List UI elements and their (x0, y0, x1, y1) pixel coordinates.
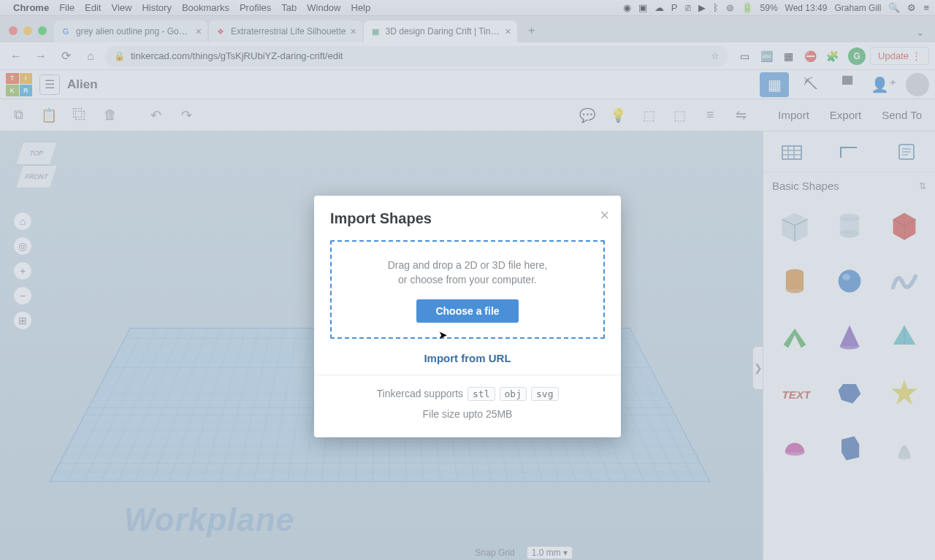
format-svg: svg (531, 387, 558, 401)
format-obj: obj (500, 387, 527, 401)
drop-line1: Drag and drop a 2D or 3D file here, (388, 259, 548, 271)
dropzone[interactable]: Drag and drop a 2D or 3D file here, or c… (330, 240, 605, 339)
close-icon[interactable]: × (600, 206, 609, 225)
choose-file-button[interactable]: Choose a file (416, 299, 518, 323)
supported-formats: Tinkercad supports stl obj svg (330, 387, 605, 401)
import-shapes-modal: Import Shapes × Drag and drop a 2D or 3D… (314, 196, 621, 437)
drop-line2: or choose from your computer. (398, 274, 537, 285)
dropzone-text: Drag and drop a 2D or 3D file here, or c… (339, 258, 596, 288)
format-stl: stl (468, 387, 495, 401)
divider (314, 375, 621, 375)
size-note: File size upto 25MB (330, 408, 605, 420)
supports-prefix: Tinkercad supports (377, 388, 464, 399)
modal-overlay: Import Shapes × Drag and drop a 2D or 3D… (0, 0, 935, 560)
modal-title: Import Shapes (330, 210, 605, 227)
import-from-url-link[interactable]: Import from URL (330, 352, 605, 364)
